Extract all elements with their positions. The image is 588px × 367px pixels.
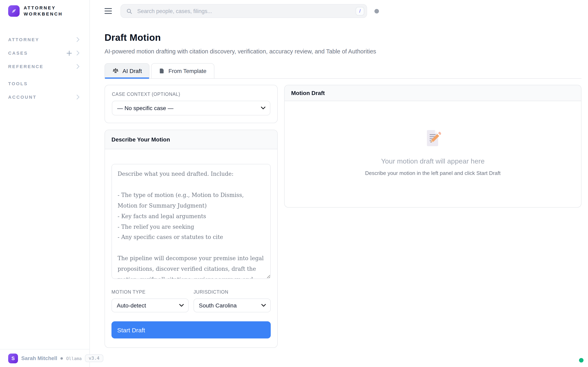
empty-state-subtitle: Describe your motion in the left panel a… [365,170,501,176]
motion-draft-title: Motion Draft [285,85,581,101]
right-column: Motion Draft [284,85,581,208]
describe-motion-card: Describe Your Motion MOTION TYPE Auto-de… [104,130,278,348]
jurisdiction-field: JURISDICTION South Carolina [194,290,271,312]
motion-type-field: MOTION TYPE Auto-detect [112,290,189,312]
menu-icon[interactable] [104,8,112,14]
scales-icon [112,68,119,74]
empty-state-title: Your motion draft will appear here [381,157,484,166]
motion-description-input[interactable] [112,164,271,279]
tab-from-template[interactable]: From Template [151,63,214,79]
presence-indicator [374,9,379,13]
app-root: ATTORNEY WORKBENCH ATTORNEY CASES [0,0,588,367]
content-columns: CASE CONTEXT (OPTIONAL) — No specific ca… [104,85,581,348]
app-logo [8,6,20,17]
add-case-icon[interactable] [67,50,72,56]
case-context-select[interactable]: — No specific case — [112,101,270,115]
jurisdiction-select[interactable]: South Carolina [194,299,271,312]
tab-label: From Template [168,68,207,74]
brand: ATTORNEY WORKBENCH [0,0,89,17]
left-column: CASE CONTEXT (OPTIONAL) — No specific ca… [104,85,278,348]
motion-draft-panel: Motion Draft [284,85,581,208]
search-icon [126,8,132,14]
sidebar-item-attorney[interactable]: ATTORNEY [0,33,89,47]
sidebar-item-account[interactable]: ACCOUNT [0,91,89,104]
search-input[interactable] [136,8,352,15]
engine-label: Ollama [66,356,82,361]
compass-icon [11,8,17,15]
tab-bar: AI Draft From Template [104,63,581,79]
chevron-right-icon [76,95,80,100]
describe-motion-title: Describe Your Motion [105,130,277,149]
page-subtitle: AI-powered motion drafting with citation… [104,48,581,55]
memo-icon [425,130,441,147]
avatar[interactable]: S [8,353,18,363]
brand-name: ATTORNEY WORKBENCH [24,5,63,17]
document-icon [159,68,165,74]
tab-label: AI Draft [122,68,142,74]
sidebar-item-tools[interactable]: TOOLS [0,77,89,91]
brand-line-1: ATTORNEY [24,5,63,11]
topbar: / [104,0,581,22]
case-context-card: CASE CONTEXT (OPTIONAL) — No specific ca… [104,85,278,123]
sidebar-item-cases[interactable]: CASES [0,47,89,60]
connection-status-dot [579,358,584,363]
tab-ai-draft[interactable]: AI Draft [104,63,150,79]
status-dot-icon [61,357,63,359]
case-context-label: CASE CONTEXT (OPTIONAL) [112,92,270,97]
sidebar-item-label: ATTORNEY [8,37,39,42]
page-title: Draft Motion [104,32,581,43]
sidebar-item-label: TOOLS [8,81,28,86]
user-footer: S Sarah Mitchell Ollama v3.4 [0,349,89,367]
search-shortcut-badge: / [356,7,364,15]
user-name: Sarah Mitchell [21,355,57,361]
motion-type-label: MOTION TYPE [112,290,189,294]
chevron-right-icon [76,37,80,42]
sidebar-item-reference[interactable]: REFERENCE [0,60,89,73]
motion-draft-empty-state: Your motion draft will appear here Descr… [285,101,581,207]
sidebar-item-label: CASES [8,51,28,56]
chevron-right-icon [76,64,80,69]
brand-line-2: WORKBENCH [24,11,63,17]
sidebar-nav: ATTORNEY CASES REFERENCE [0,33,89,104]
sidebar-item-label: ACCOUNT [8,95,36,100]
start-draft-button[interactable]: Start Draft [112,321,271,338]
main-content: / Draft Motion AI-powered motion draftin… [90,0,588,367]
sidebar-item-label: REFERENCE [8,64,44,69]
motion-type-select[interactable]: Auto-detect [112,299,189,312]
chevron-right-icon [76,51,80,56]
search-box[interactable]: / [121,4,367,18]
jurisdiction-label: JURISDICTION [194,290,271,294]
sidebar: ATTORNEY WORKBENCH ATTORNEY CASES [0,0,90,367]
